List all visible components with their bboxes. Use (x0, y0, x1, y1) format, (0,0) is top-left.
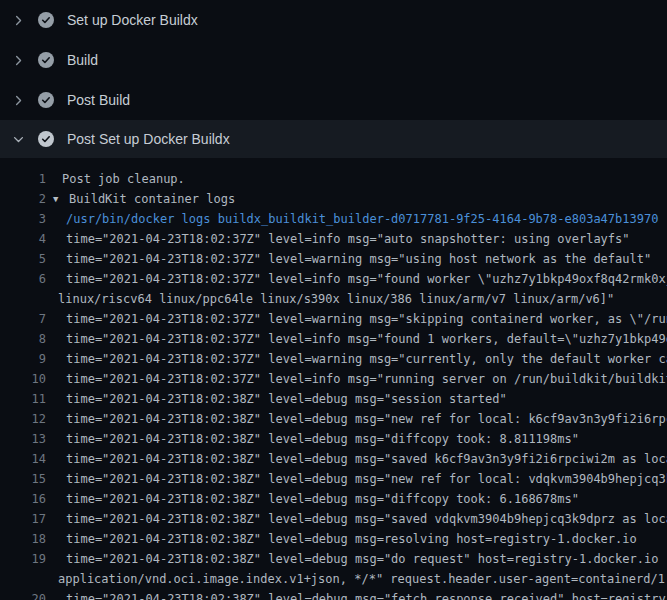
log-line: 7 time="2021-04-23T18:02:37Z" level=warn… (0, 309, 667, 329)
check-circle-icon (38, 12, 54, 28)
log-line: application/vnd.oci.image.index.v1+json,… (0, 569, 667, 589)
log-line-number[interactable]: 20 (0, 589, 46, 600)
log-line-number[interactable]: 14 (0, 449, 46, 469)
log-line: 12 time="2021-04-23T18:02:38Z" level=deb… (0, 409, 667, 429)
step-label: Set up Docker Buildx (67, 12, 198, 28)
log-line-text: time="2021-04-23T18:02:38Z" level=debug … (66, 529, 637, 549)
log-line-number[interactable]: 3 (0, 209, 46, 229)
log-line-text[interactable]: BuildKit container logs (69, 189, 235, 209)
log-line: linux/riscv64 linux/ppc64le linux/s390x … (0, 289, 667, 309)
log-line-text: time="2021-04-23T18:02:38Z" level=debug … (66, 449, 667, 469)
log-line-number[interactable]: 15 (0, 469, 46, 489)
log-line-number[interactable]: 13 (0, 429, 46, 449)
log-line-text: time="2021-04-23T18:02:38Z" level=debug … (66, 429, 579, 449)
log-line-number[interactable] (0, 569, 46, 589)
step-label: Post Build (67, 92, 130, 108)
step-label: Post Set up Docker Buildx (67, 131, 230, 147)
log-line: 20 time="2021-04-23T18:02:38Z" level=deb… (0, 589, 667, 600)
log-line-text: application/vnd.oci.image.index.v1+json,… (58, 569, 667, 589)
log-line-text: time="2021-04-23T18:02:38Z" level=debug … (66, 509, 667, 529)
log-line-text: time="2021-04-23T18:02:37Z" level=warnin… (66, 309, 667, 329)
log-line-text: time="2021-04-23T18:02:37Z" level=warnin… (66, 249, 651, 269)
log-line: 13 time="2021-04-23T18:02:38Z" level=deb… (0, 429, 667, 449)
log-line-text: time="2021-04-23T18:02:38Z" level=debug … (66, 589, 667, 600)
log-line-text: time="2021-04-23T18:02:37Z" level=info m… (66, 369, 667, 389)
log-line-number[interactable]: 6 (0, 269, 46, 289)
chevron-right-icon (12, 13, 26, 27)
log-line-text: time="2021-04-23T18:02:37Z" level=info m… (66, 329, 667, 349)
step-label: Build (67, 52, 98, 68)
log-line-text: linux/riscv64 linux/ppc64le linux/s390x … (58, 289, 614, 309)
log-line-text: time="2021-04-23T18:02:37Z" level=info m… (66, 229, 630, 249)
check-circle-icon (38, 52, 54, 68)
triangle-down-icon[interactable]: ▼ (53, 189, 64, 209)
log-line-text: time="2021-04-23T18:02:38Z" level=debug … (66, 389, 507, 409)
log-line-number[interactable]: 5 (0, 249, 46, 269)
chevron-down-icon (12, 132, 26, 146)
log-line-text: time="2021-04-23T18:02:38Z" level=debug … (66, 549, 667, 569)
log-line: 9 time="2021-04-23T18:02:37Z" level=warn… (0, 349, 667, 369)
log-line: 17 time="2021-04-23T18:02:38Z" level=deb… (0, 509, 667, 529)
log-line: 18 time="2021-04-23T18:02:38Z" level=deb… (0, 529, 667, 549)
step-header-post-build[interactable]: Post Build (0, 80, 667, 120)
log-line-number[interactable]: 12 (0, 409, 46, 429)
step-header-build[interactable]: Build (0, 40, 667, 80)
log-line-number[interactable]: 11 (0, 389, 46, 409)
log-line-text: time="2021-04-23T18:02:38Z" level=debug … (66, 469, 667, 489)
steps-list: Set up Docker Buildx Build Post Build Po… (0, 0, 667, 158)
chevron-right-icon (12, 93, 26, 107)
log-line: 1 Post job cleanup. (0, 169, 667, 189)
chevron-right-icon (12, 53, 26, 67)
log-line-number[interactable]: 16 (0, 489, 46, 509)
log-area: 1 Post job cleanup. 2 ▼ BuildKit contain… (0, 158, 667, 600)
log-line-text: time="2021-04-23T18:02:38Z" level=debug … (66, 489, 579, 509)
log-line: 8 time="2021-04-23T18:02:37Z" level=info… (0, 329, 667, 349)
log-line-number[interactable]: 9 (0, 349, 46, 369)
log-line-number[interactable]: 8 (0, 329, 46, 349)
log-line: 4 time="2021-04-23T18:02:37Z" level=info… (0, 229, 667, 249)
log-line: 3 /usr/bin/docker logs buildx_buildkit_b… (0, 209, 667, 229)
log-line-text: time="2021-04-23T18:02:37Z" level=info m… (66, 269, 667, 289)
log-line-number[interactable] (0, 289, 46, 309)
step-header-post-set-up-docker-buildx[interactable]: Post Set up Docker Buildx (0, 120, 667, 158)
log-line: 5 time="2021-04-23T18:02:37Z" level=warn… (0, 249, 667, 269)
log-line-number[interactable]: 18 (0, 529, 46, 549)
log-line-text: Post job cleanup. (62, 169, 185, 189)
log-line-number[interactable]: 2 (0, 189, 46, 209)
log-line-text: time="2021-04-23T18:02:37Z" level=warnin… (66, 349, 667, 369)
log-line-text: time="2021-04-23T18:02:38Z" level=debug … (66, 409, 667, 429)
log-line: 6 time="2021-04-23T18:02:37Z" level=info… (0, 269, 667, 289)
log-line-number[interactable]: 4 (0, 229, 46, 249)
log-line: 19 time="2021-04-23T18:02:38Z" level=deb… (0, 549, 667, 569)
log-line-text: /usr/bin/docker logs buildx_buildkit_bui… (66, 209, 658, 229)
log-line: 15 time="2021-04-23T18:02:38Z" level=deb… (0, 469, 667, 489)
log-line-number[interactable]: 10 (0, 369, 46, 389)
github-actions-log-viewer: Set up Docker Buildx Build Post Build Po… (0, 0, 667, 600)
log-line-number[interactable]: 19 (0, 549, 46, 569)
step-header-set-up-docker-buildx[interactable]: Set up Docker Buildx (0, 0, 667, 40)
log-line: 11 time="2021-04-23T18:02:38Z" level=deb… (0, 389, 667, 409)
log-line-number[interactable]: 17 (0, 509, 46, 529)
log-line: 14 time="2021-04-23T18:02:38Z" level=deb… (0, 449, 667, 469)
log-line: 16 time="2021-04-23T18:02:38Z" level=deb… (0, 489, 667, 509)
log-line: 10 time="2021-04-23T18:02:37Z" level=inf… (0, 369, 667, 389)
log-line-number[interactable]: 1 (0, 169, 46, 189)
check-circle-icon (38, 131, 54, 147)
log-line-number[interactable]: 7 (0, 309, 46, 329)
check-circle-icon (38, 92, 54, 108)
log-line: 2 ▼ BuildKit container logs (0, 189, 667, 209)
